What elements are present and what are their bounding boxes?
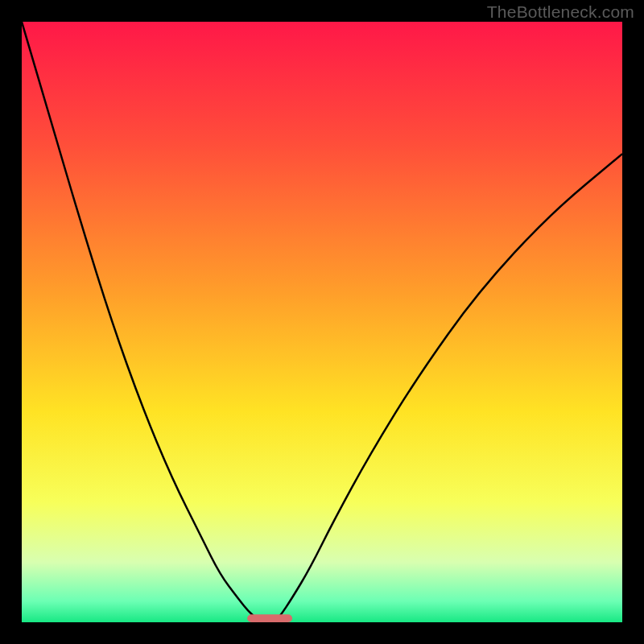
- watermark-text: TheBottleneck.com: [487, 2, 634, 22]
- minimum-marker: [247, 614, 292, 622]
- chart-frame: TheBottleneck.com: [0, 0, 644, 644]
- plot-area: [22, 22, 622, 622]
- chart-svg: [22, 22, 622, 622]
